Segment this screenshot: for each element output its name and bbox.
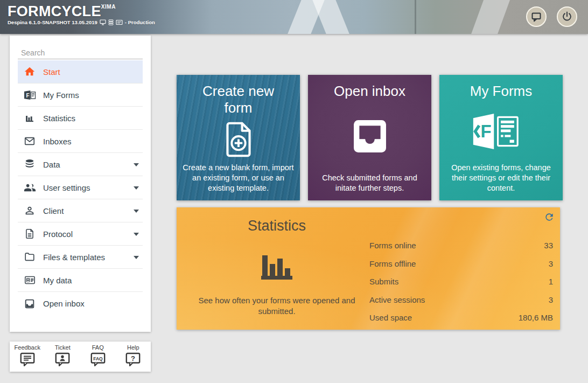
sidebar-item-label: Files & templates: [43, 253, 105, 262]
sidebar-item-label: Open inbox: [43, 299, 85, 308]
sidebar-item-protocol[interactable]: Protocol: [18, 222, 143, 246]
version-line: Despina 6.1.0-SNAPSHOT 13.05.2019 - Prod…: [8, 19, 155, 25]
card-title: My Forms: [458, 83, 544, 100]
server-icon: [108, 19, 114, 25]
version-text: Despina 6.1.0-SNAPSHOT 13.05.2019: [8, 19, 97, 25]
header-photo-shape: [463, 0, 515, 34]
open-inbox-card[interactable]: Open inbox Check submitted forms and ini…: [308, 75, 431, 200]
sidebar-item-inboxes[interactable]: Inboxes: [18, 130, 143, 153]
help-link-label: Help: [127, 344, 139, 351]
stat-value: 3: [549, 295, 553, 304]
ticket-link[interactable]: Ticket: [45, 342, 81, 372]
faq-link[interactable]: FAQ FAQ: [80, 342, 116, 372]
logo-text: FORMCYCLE: [8, 3, 101, 19]
card-title: Open inbox: [326, 83, 413, 100]
stat-value: 1: [549, 277, 553, 286]
sidebar-item-label: User settings: [43, 183, 90, 192]
database-icon: [23, 158, 36, 171]
sidebar-item-label: Statistics: [43, 114, 75, 123]
refresh-button[interactable]: [544, 212, 555, 222]
document-icon: [23, 227, 36, 240]
sidebar-search: [18, 36, 143, 59]
chevron-down-icon: [134, 163, 139, 166]
sidebar: Start F My Forms Statistics Inboxes Data: [10, 36, 151, 332]
svg-text:F: F: [26, 92, 29, 98]
sidebar-item-client[interactable]: Client: [18, 199, 143, 222]
chevron-down-icon: [134, 256, 139, 259]
sidebar-menu: Start F My Forms Statistics Inboxes Data: [18, 60, 143, 315]
ticket-bubble-icon: [54, 351, 71, 367]
svg-text:F: F: [480, 121, 491, 141]
faq-bubble-icon: FAQ: [90, 351, 106, 367]
statistics-values: Forms online 33 Forms offline 3 Submits …: [369, 236, 553, 327]
my-forms-card[interactable]: My Forms F Open existing forms, change t…: [439, 75, 563, 200]
stat-label: Used space: [369, 313, 412, 322]
app-logo: FORMCYCLEXIMA Despina 6.1.0-SNAPSHOT 13.…: [8, 3, 155, 25]
sidebar-item-statistics[interactable]: Statistics: [18, 107, 143, 130]
bar-chart-icon: [23, 112, 36, 124]
stat-label: Forms offline: [369, 259, 416, 268]
sidebar-item-user-settings[interactable]: User settings: [18, 176, 143, 199]
header-photo-seam: [415, 0, 416, 34]
statistics-card: Statistics See how often your forms were…: [177, 207, 560, 330]
chevron-down-icon: [134, 233, 139, 236]
stat-row: Used space 180,6 MB: [369, 309, 553, 327]
id-card-icon: [23, 274, 36, 287]
card-description: Check submitted forms and initate furthe…: [314, 173, 425, 193]
home-icon: [23, 65, 36, 78]
stat-value: 33: [544, 241, 553, 250]
statistics-title: Statistics: [177, 218, 377, 234]
stat-row: Active sessions 3: [369, 291, 553, 309]
chevron-down-icon: [134, 210, 139, 213]
sidebar-item-open-inbox[interactable]: Open inbox: [18, 292, 143, 315]
sidebar-item-label: Protocol: [43, 229, 73, 239]
app-window: FORMCYCLEXIMA Despina 6.1.0-SNAPSHOT 13.…: [0, 0, 588, 383]
statistics-summary: Statistics See how often your forms were…: [177, 207, 377, 330]
power-icon: [561, 11, 573, 23]
help-link-label: Ticket: [55, 344, 71, 351]
stat-row: Submits 1: [369, 273, 553, 291]
stat-value: 3: [549, 259, 553, 268]
card-title: Create new form: [195, 83, 282, 116]
person-icon: [23, 204, 36, 217]
sidebar-item-my-data[interactable]: My data: [18, 269, 143, 292]
badge-icon: [116, 19, 123, 25]
logout-button[interactable]: [557, 6, 577, 27]
sidebar-item-label: My data: [43, 276, 72, 285]
sidebar-item-files-templates[interactable]: Files & templates: [18, 246, 143, 269]
search-input[interactable]: [18, 46, 143, 59]
formcycle-logo-icon: F: [472, 112, 530, 151]
monitor-icon: [100, 19, 106, 25]
stat-label: Forms online: [369, 241, 416, 250]
help-link-label: Feedback: [15, 344, 40, 351]
inbox-icon: [23, 297, 36, 310]
bar-chart-icon: [259, 248, 295, 280]
stat-row: Forms online 33: [369, 236, 553, 255]
folder-icon: [23, 250, 36, 263]
refresh-icon: [544, 212, 555, 222]
feedback-chat-button[interactable]: [526, 6, 547, 27]
sidebar-item-my-forms[interactable]: F My Forms: [18, 83, 143, 107]
card-description: Open existing forms, change their settin…: [445, 163, 557, 193]
users-icon: [23, 181, 36, 194]
help-links-card: Feedback Ticket FAQ FAQ Help ?: [10, 342, 151, 372]
sidebar-item-label: Client: [43, 206, 64, 215]
stat-label: Submits: [369, 277, 398, 286]
chevron-down-icon: [134, 186, 139, 190]
logo-brand-sup: XIMA: [101, 4, 116, 10]
envelope-icon: [23, 135, 36, 148]
sidebar-item-data[interactable]: Data: [18, 153, 143, 176]
my-forms-icon: F: [23, 88, 36, 101]
help-link-label: FAQ: [92, 344, 104, 351]
feedback-link[interactable]: Feedback: [10, 342, 45, 372]
feedback-bubble-icon: [19, 351, 36, 367]
help-link[interactable]: Help ?: [116, 342, 151, 372]
sidebar-item-start[interactable]: Start: [18, 60, 143, 83]
create-new-form-card[interactable]: Create new form Create a new blank form,…: [177, 75, 300, 200]
stat-row: Forms offline 3: [369, 255, 553, 273]
stat-value: 180,6 MB: [519, 313, 553, 322]
svg-text:?: ?: [131, 354, 135, 363]
sidebar-item-label: My Forms: [43, 90, 79, 100]
help-bubble-icon: ?: [125, 351, 141, 367]
new-form-icon: [223, 121, 254, 158]
